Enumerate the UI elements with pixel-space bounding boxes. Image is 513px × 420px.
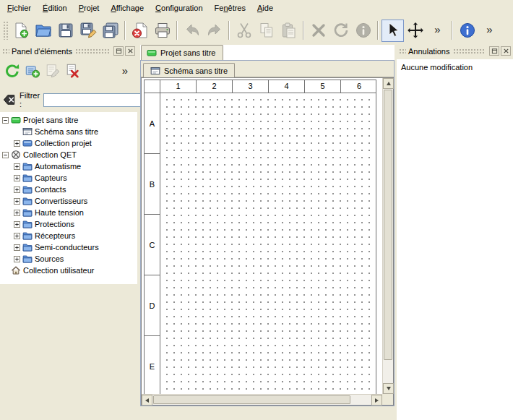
tree-item-label: Haute tension [35,208,84,217]
save-as-button[interactable] [77,20,99,42]
menu-edition[interactable]: Édition [37,1,73,14]
tree-item-collection-projet[interactable]: Collection projet [0,137,137,149]
horizontal-scrollbar-track[interactable] [152,395,371,405]
tree-item-schema-sans-titre[interactable]: Schéma sans titre [0,126,137,137]
expander-plus-icon[interactable] [14,163,20,170]
redo-button[interactable] [203,20,225,42]
elements-panel-float-button[interactable] [113,46,124,56]
tab-schema-sans-titre[interactable]: Schéma sans titre [143,63,235,77]
vertical-scrollbar-track[interactable] [383,89,393,383]
dock-grip [399,48,406,54]
filter-label: Filtrer : [20,91,40,108]
new-element-button[interactable] [22,61,43,81]
tree-item-haute-tension[interactable]: Haute tension [0,207,137,218]
toolbar-extension-tools-button[interactable]: » [426,20,449,42]
about-button[interactable] [456,20,478,42]
save-button[interactable] [54,20,77,42]
filter-clear-icon[interactable] [3,93,16,106]
expander-plus-icon[interactable] [14,140,20,147]
toolbar-extension-end-button[interactable]: » [478,20,501,42]
menu-aide[interactable]: Aide [251,1,279,14]
expander-plus-icon[interactable] [14,175,20,181]
cut-button[interactable] [233,20,255,42]
expander-minus-icon[interactable] [2,117,9,124]
tree-item-label: Sources [35,254,64,263]
scroll-right-button[interactable] [371,395,382,406]
expander-plus-icon[interactable] [14,244,20,251]
menu-affichage[interactable]: Affichage [105,1,150,14]
close-file-button[interactable] [129,20,151,42]
tab-projet-sans-titre[interactable]: Projet sans titre [141,45,223,60]
annulations-panel-header[interactable]: Annulations [397,45,513,57]
reload-collections-button[interactable] [2,61,22,81]
tree-item-collection-utilisateur[interactable]: Collection utilisateur [0,265,137,276]
expander-plus-icon[interactable] [14,210,20,216]
print-icon [154,22,171,39]
column-header: 6 [341,80,377,93]
conductor-info-button[interactable] [352,20,374,42]
annulations-panel-close-button[interactable] [501,46,511,56]
expander-plus-icon[interactable] [14,233,20,239]
delete-button[interactable] [307,20,329,42]
dock-grip [2,48,9,54]
tree-item-semi-conducteurs[interactable]: Semi-conducteurs [0,241,137,253]
tree-item-convertisseurs[interactable]: Convertisseurs [0,195,137,207]
elements-panel-close-button[interactable] [125,46,135,56]
menu-fichier[interactable]: Fichier [1,1,37,14]
rotate-button[interactable] [329,20,352,42]
vertical-scrollbar[interactable] [382,78,393,394]
scroll-left-button[interactable] [142,395,152,406]
expander-plus-icon[interactable] [14,256,20,262]
tree-item-projet-sans-titre[interactable]: Projet sans titre [0,114,137,126]
scroll-down-button[interactable] [383,383,394,394]
select-mode-button[interactable] [381,20,404,42]
diagram-canvas[interactable]: 123456 ABCDE [142,78,382,394]
vertical-scrollbar-thumb[interactable] [384,90,392,360]
tree-item-protections[interactable]: Protections [0,218,137,230]
expander-plus-icon[interactable] [14,221,20,228]
cursor-arrow-icon [384,22,402,39]
schema-icon [22,127,33,137]
right-arrow-icon [375,398,379,403]
print-button[interactable] [151,20,173,42]
expander-plus-icon[interactable] [14,187,20,193]
menu-projet[interactable]: Projet [73,1,105,14]
panel-toolbar-extension-button[interactable]: » [115,61,135,81]
schema-tab-bar: Schéma sans titre [141,61,394,77]
tree-item-collection-qet[interactable]: Collection QET [0,149,137,160]
tree-item-recepteurs[interactable]: Récepteurs [0,230,137,241]
elements-toolbar: » [0,60,137,82]
expander-minus-icon[interactable] [2,152,9,158]
elements-panel-header[interactable]: Panel d'éléments [0,45,137,57]
edit-element-button[interactable] [43,61,63,81]
expander-plus-icon[interactable] [14,198,20,205]
horizontal-scrollbar-thumb[interactable] [153,395,350,404]
copy-button[interactable] [255,20,277,42]
tree-item-automatisme[interactable]: Automatisme [0,160,137,172]
menu-configuration[interactable]: Configuration [150,1,208,14]
tree-item-contacts[interactable]: Contacts [0,184,137,195]
menu-fenetres[interactable]: Fenêtres [209,1,251,14]
elements-panel: Panel d'éléments » Filtrer : Projet sans… [0,45,137,420]
annulations-panel-title: Annulations [408,47,450,56]
folder-icon [22,207,33,218]
new-project-button[interactable] [9,20,32,42]
scroll-up-button[interactable] [383,78,394,89]
save-all-button[interactable] [99,20,121,42]
annulations-panel-float-button[interactable] [489,46,499,56]
horizontal-scrollbar[interactable] [142,394,382,405]
frame-row-headers: ABCDE [145,93,160,394]
row-header: C [145,215,160,275]
undo-button[interactable] [181,20,203,42]
undo-item[interactable]: Aucune modification [400,61,510,73]
delete-element-button[interactable] [63,61,83,81]
filter-input[interactable] [43,93,152,107]
open-project-button[interactable] [32,20,54,42]
diagram-grid[interactable] [160,93,376,394]
tree-item-sources[interactable]: Sources [0,253,137,265]
tree-item-capteurs[interactable]: Capteurs [0,172,137,184]
save-as-icon [79,22,97,39]
left-arrow-icon [145,398,149,403]
paste-button[interactable] [277,20,300,42]
pan-mode-button[interactable] [404,20,426,42]
